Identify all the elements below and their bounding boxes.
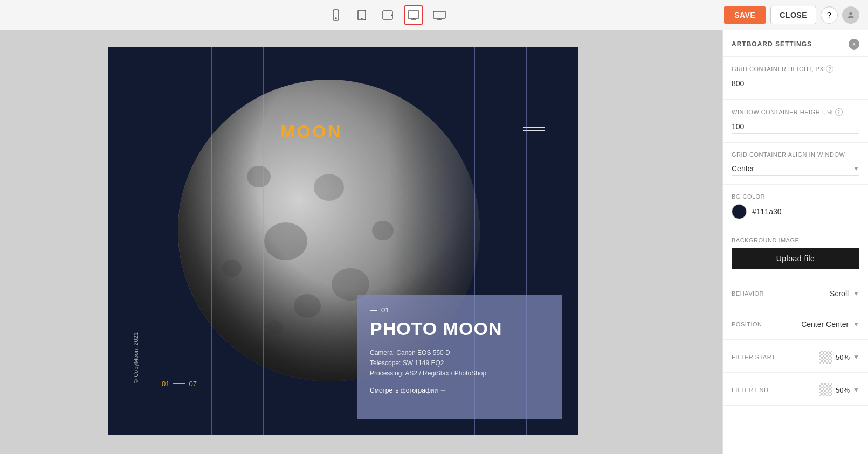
moon-scene: MOON © CopyMoon. 2021 01 07 (108, 47, 578, 435)
sidebar-header: ARTBOARD SETTINGS × (723, 30, 868, 57)
grid-align-value: Center (732, 164, 754, 173)
grid-align-label: GRID CONTAINER ALIGN IN WINDOW (732, 151, 859, 158)
position-chevron-icon: ▼ (853, 320, 859, 328)
canvas-area[interactable]: MOON © CopyMoon. 2021 01 07 (0, 30, 722, 454)
copyright-text: © CopyMoon. 2021 (133, 332, 139, 383)
filter-start-swatch[interactable] (819, 351, 832, 364)
close-button[interactable]: CLOSE (770, 6, 816, 24)
card-camera: Camera: Canon EOS 550 D (370, 348, 549, 358)
grid-container-height-section: GRID CONTAINER HEIGHT, PX ? (723, 57, 868, 100)
card-link[interactable]: Смотреть фотографии → (370, 387, 549, 394)
card-processing: Processing: AS2 / RegiStax / PhotoShop (370, 368, 549, 379)
device-switcher (326, 5, 449, 25)
filter-end-row: FILTER END 50% ▼ (732, 383, 859, 396)
device-widescreen-icon[interactable] (430, 5, 449, 25)
sidebar-close-button[interactable]: × (849, 39, 859, 50)
card-title: PHOTO MOON (370, 318, 549, 339)
filter-start-control: 50% ▼ (819, 351, 859, 364)
sidebar: ARTBOARD SETTINGS × GRID CONTAINER HEIGH… (722, 30, 868, 454)
sidebar-title: ARTBOARD SETTINGS (732, 40, 812, 48)
device-tablet-sm-icon[interactable] (352, 5, 371, 25)
filter-end-section: FILTER END 50% ▼ (723, 373, 868, 406)
position-label: POSITION (732, 321, 762, 327)
bg-color-swatch[interactable] (732, 204, 747, 219)
window-height-input[interactable] (732, 120, 859, 134)
info-card: — 01 PHOTO MOON Camera: Canon EOS 550 D … (357, 295, 562, 419)
svg-rect-6 (408, 11, 419, 18)
bg-color-label: BG COLOR (732, 193, 859, 200)
position-value: Center Center (801, 320, 849, 329)
number-right: 07 (189, 380, 196, 388)
card-number-row: — 01 (370, 306, 549, 314)
filter-end-percent: 50% (836, 386, 850, 394)
grid-height-input[interactable] (732, 77, 859, 90)
user-avatar[interactable] (842, 6, 859, 24)
upload-file-button[interactable]: Upload file (732, 248, 859, 269)
save-button[interactable]: SAVE (724, 6, 766, 24)
main-area: MOON © CopyMoon. 2021 01 07 (0, 30, 868, 454)
number-divider (173, 383, 185, 384)
svg-rect-9 (433, 11, 445, 18)
grid-align-select[interactable]: Center ▼ (732, 162, 859, 176)
bg-color-section: BG COLOR #111a30 (723, 185, 868, 228)
filter-end-label: FILTER END (732, 387, 768, 393)
filter-start-label: FILTER START (732, 354, 775, 360)
grid-align-chevron-icon: ▼ (853, 165, 859, 172)
behavior-select[interactable]: Scroll ▼ (830, 287, 859, 300)
svg-rect-4 (383, 11, 392, 19)
filter-end-swatch[interactable] (819, 383, 832, 396)
window-height-help-icon[interactable]: ? (835, 108, 843, 116)
artboard: MOON © CopyMoon. 2021 01 07 (108, 47, 578, 435)
position-row: POSITION Center Center ▼ (732, 318, 859, 331)
topbar: SAVE CLOSE ? (0, 0, 868, 30)
grid-align-section: GRID CONTAINER ALIGN IN WINDOW Center ▼ (723, 143, 868, 185)
bg-color-row: #111a30 (732, 204, 859, 219)
behavior-section: BEHAVIOR Scroll ▼ (723, 278, 868, 309)
filter-start-percent: 50% (836, 353, 850, 361)
behavior-chevron-icon: ▼ (853, 290, 859, 297)
window-container-height-section: WINDOW CONTAINER HEIGHT, % ? (723, 100, 868, 143)
card-number: 01 (381, 306, 389, 314)
device-mobile-icon[interactable] (326, 5, 346, 25)
svg-point-12 (849, 12, 852, 15)
device-desktop-icon[interactable] (404, 5, 423, 25)
grid-height-label: GRID CONTAINER HEIGHT, PX ? (732, 65, 859, 73)
window-height-label: WINDOW CONTAINER HEIGHT, % ? (732, 108, 859, 116)
svg-point-5 (391, 15, 392, 16)
filter-end-chevron-icon: ▼ (853, 386, 859, 394)
number-left: 01 (162, 380, 169, 388)
bg-image-label: BACKGROUND IMAGE (732, 237, 859, 243)
position-section: POSITION Center Center ▼ (723, 309, 868, 340)
filter-start-row: FILTER START 50% ▼ (732, 351, 859, 364)
position-select[interactable]: Center Center ▼ (801, 318, 859, 331)
bg-color-hex: #111a30 (752, 207, 782, 216)
grid-height-help-icon[interactable]: ? (826, 65, 833, 73)
numbers-row: 01 07 (162, 380, 197, 388)
filter-start-chevron-icon: ▼ (853, 353, 859, 361)
behavior-value: Scroll (830, 289, 849, 298)
device-tablet-icon[interactable] (378, 5, 397, 25)
filter-end-control: 50% ▼ (819, 383, 859, 396)
svg-point-1 (335, 18, 336, 19)
behavior-row: BEHAVIOR Scroll ▼ (732, 287, 859, 300)
card-telescope: Telescope: SW 1149 EQ2 (370, 358, 549, 368)
help-button[interactable]: ? (821, 6, 838, 24)
card-dash: — (370, 306, 377, 314)
moon-title: MOON (280, 122, 343, 142)
behavior-label: BEHAVIOR (732, 290, 764, 297)
topbar-actions: SAVE CLOSE ? (724, 6, 859, 24)
svg-point-3 (361, 18, 362, 19)
top-right-lines (523, 127, 545, 131)
background-image-section: BACKGROUND IMAGE Upload file (723, 228, 868, 278)
filter-start-section: FILTER START 50% ▼ (723, 340, 868, 373)
